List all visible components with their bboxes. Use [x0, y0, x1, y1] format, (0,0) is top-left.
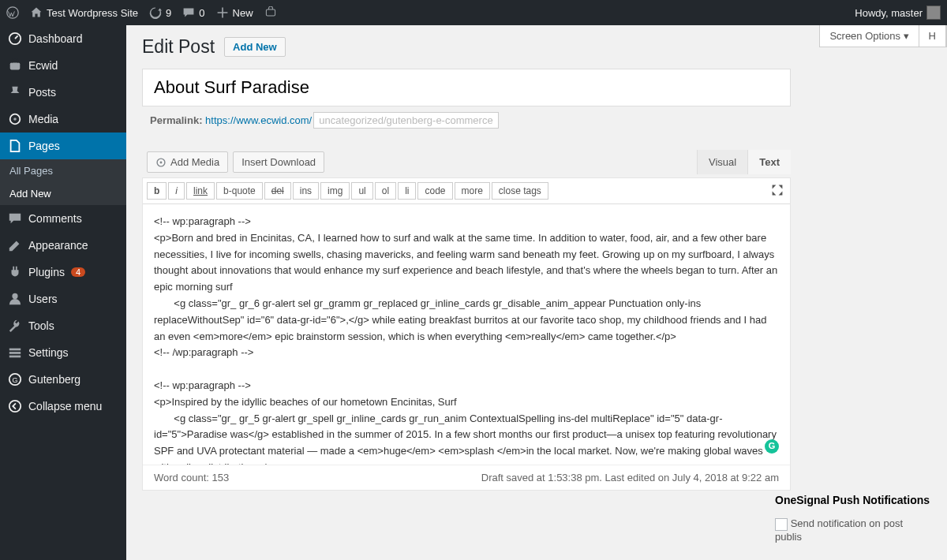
sidebar-pages-sub: All Pages Add New [0, 159, 126, 205]
qt-code[interactable]: code [417, 182, 452, 200]
settings-icon [8, 345, 22, 360]
comment-icon [8, 211, 22, 226]
qt-del[interactable]: del [264, 182, 291, 200]
sidebar-item-pages[interactable]: Pages [0, 133, 126, 159]
fullscreen-button[interactable] [769, 182, 786, 200]
sidebar-sub-all-pages[interactable]: All Pages [0, 159, 126, 182]
site-name: Test Wordpress Site [47, 7, 138, 19]
onesignal-title: OneSignal Push Notifications [775, 491, 931, 510]
qt-ins[interactable]: ins [293, 182, 319, 200]
svg-rect-8 [9, 352, 21, 354]
gutenberg-icon: G [8, 372, 22, 386]
sidebar-item-tools[interactable]: Tools [0, 312, 126, 339]
screen-options-button[interactable]: Screen Options ▾ [820, 25, 919, 47]
sidebar-item-settings[interactable]: Settings [0, 339, 126, 366]
onesignal-checkbox[interactable] [775, 518, 788, 531]
site-link[interactable]: Test Wordpress Site [30, 6, 138, 19]
comments-link[interactable]: 0 [182, 6, 204, 19]
editor-statusbar: Word count: 153 Draft saved at 1:53:38 p… [143, 465, 790, 490]
sidebar-item-plugins[interactable]: Plugins4 [0, 259, 126, 286]
visual-tab[interactable]: Visual [697, 150, 747, 174]
quicktags-toolbar: b i link b-quote del ins img ul ol li co… [143, 178, 790, 204]
users-icon [8, 292, 22, 306]
add-media-button[interactable]: Add Media [147, 151, 228, 173]
qt-link[interactable]: link [186, 182, 215, 200]
qt-ul[interactable]: ul [351, 182, 372, 200]
sidebar-item-gutenberg[interactable]: GGutenberg [0, 366, 126, 393]
qt-b[interactable]: b [147, 182, 167, 200]
help-button[interactable]: H [919, 25, 946, 47]
sidebar-collapse[interactable]: Collapse menu [0, 393, 126, 420]
plugins-badge: 4 [71, 267, 85, 277]
text-tab[interactable]: Text [747, 150, 791, 174]
page-heading: Edit Post [142, 36, 215, 58]
admin-bar: Test Wordpress Site 9 0 New Howdy, maste… [0, 0, 947, 25]
home-icon [30, 6, 43, 19]
qt-li[interactable]: li [398, 182, 416, 200]
ecwid-icon [8, 58, 22, 73]
sidebar-item-appearance[interactable]: Appearance [0, 232, 126, 259]
screen-options-tabs: Screen Options ▾H [819, 25, 947, 47]
qt-ol[interactable]: ol [375, 182, 396, 200]
sidebar-item-posts[interactable]: Posts [0, 79, 126, 106]
qt-i[interactable]: i [168, 182, 185, 200]
wp-logo[interactable] [6, 6, 19, 19]
plugin-icon [8, 265, 22, 279]
grammarly-icon[interactable] [765, 439, 779, 454]
svg-point-14 [160, 161, 163, 163]
pages-icon [8, 139, 22, 153]
comment-icon [182, 6, 195, 19]
sidebar-item-media[interactable]: Media [0, 106, 126, 133]
svg-rect-9 [9, 356, 21, 358]
admin-sidebar: Dashboard Ecwid Posts Media Pages All Pa… [0, 25, 126, 560]
main-content: Screen Options ▾H Edit Post Add New Perm… [126, 25, 947, 560]
media-icon [8, 112, 22, 126]
sidebar-item-comments[interactable]: Comments [0, 205, 126, 232]
media-icon [155, 157, 167, 168]
add-new-button[interactable]: Add New [224, 37, 286, 57]
tools-icon [8, 319, 22, 333]
editor: b i link b-quote del ins img ul ol li co… [142, 177, 791, 491]
updates-link[interactable]: 9 [149, 6, 171, 19]
howdy[interactable]: Howdy, master [855, 6, 941, 20]
svg-rect-1 [266, 9, 275, 16]
sidebar-item-dashboard[interactable]: Dashboard [0, 25, 126, 52]
avatar [926, 6, 941, 20]
new-link[interactable]: New [216, 6, 253, 19]
plus-icon [216, 6, 229, 19]
wordpress-icon [6, 6, 19, 19]
collapse-icon [8, 399, 22, 413]
sidebar-sub-add-new[interactable]: Add New [0, 182, 126, 205]
svg-rect-3 [10, 62, 21, 69]
sidebar-item-ecwid[interactable]: Ecwid [0, 52, 126, 79]
pin-icon [8, 85, 22, 99]
onesignal-box: OneSignal Push Notifications Send notifi… [775, 491, 931, 551]
cart-link[interactable] [264, 6, 277, 19]
expand-icon [771, 184, 784, 196]
qt-bquote[interactable]: b-quote [216, 182, 263, 200]
dashboard-icon [8, 32, 22, 46]
permalink-base[interactable]: https://www.ecwid.com/ [205, 114, 312, 126]
cart-icon [264, 6, 277, 19]
qt-more[interactable]: more [455, 182, 490, 200]
permalink-row: Permalink: https://www.ecwid.com/uncateg… [142, 111, 791, 129]
svg-point-12 [9, 401, 21, 412]
svg-point-5 [13, 118, 17, 121]
svg-text:G: G [12, 376, 17, 384]
qt-img[interactable]: img [320, 182, 350, 200]
svg-point-6 [12, 293, 17, 299]
updates-icon [149, 6, 162, 19]
sidebar-item-users[interactable]: Users [0, 286, 126, 312]
svg-rect-7 [9, 349, 21, 351]
appearance-icon [8, 238, 22, 252]
permalink-slug[interactable]: uncategorized/gutenberg-e-commerce [313, 112, 498, 129]
insert-download-button[interactable]: Insert Download [233, 151, 324, 173]
editor-textarea[interactable]: <!-- wp:paragraph --> <p>Born and bred i… [143, 204, 790, 465]
post-title-input[interactable] [142, 69, 791, 106]
qt-close[interactable]: close tags [492, 182, 548, 200]
